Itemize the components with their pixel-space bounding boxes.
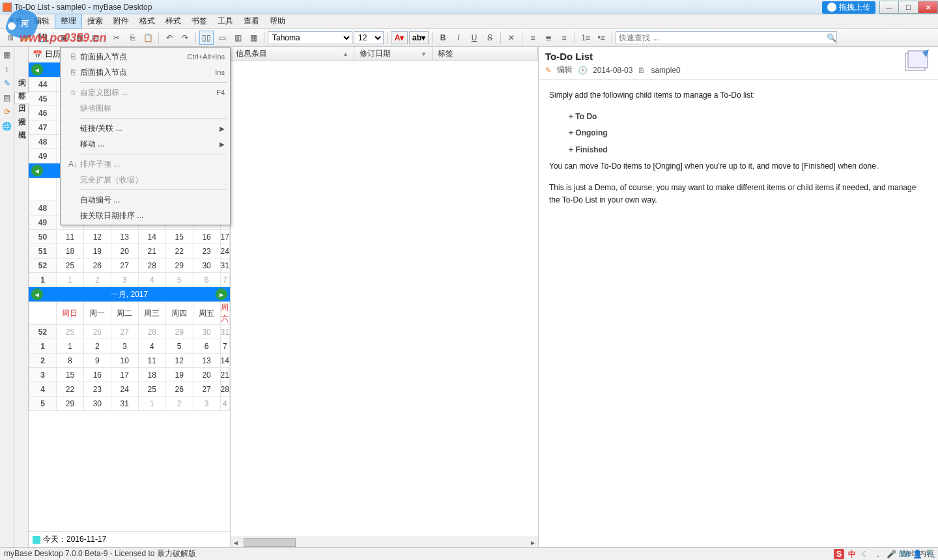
upload-button[interactable]: 拖拽上传 [822,1,875,14]
calendar-day[interactable]: 26 [83,325,111,339]
list-col-date[interactable]: 修订日期▼ [354,47,433,61]
layout4-icon[interactable]: ▦ [246,31,261,45]
left-tab-概览[interactable]: 概览 [14,119,29,130]
calendar-day[interactable]: 2 [83,273,111,287]
gutter-icon-2[interactable]: ↕ [2,64,12,74]
highlight-button[interactable]: ab▾ [409,31,429,44]
child-icon[interactable]: ▦ [72,31,87,45]
ime-user-icon[interactable]: 👤 [912,549,922,559]
italic-button[interactable]: I [451,31,466,45]
node-icon[interactable]: ▣ [57,31,71,45]
menu-样式[interactable]: 样式 [160,14,186,28]
calendar-day[interactable]: 27 [111,325,138,339]
calendar-day[interactable]: 3 [111,339,138,354]
calendar-day[interactable]: 21 [220,368,229,382]
calendar-day[interactable]: 23 [193,244,220,259]
calendar-day[interactable]: 19 [165,368,193,382]
horizontal-scrollbar[interactable]: ◄ ► [231,537,538,547]
ime-keyboard-icon[interactable]: ⌨ [899,549,909,559]
scroll-left-icon[interactable]: ◄ [231,537,241,548]
calendar-day[interactable]: 30 [83,397,111,411]
calendar-day[interactable]: 16 [193,230,220,244]
calendar-day[interactable]: 25 [56,259,83,273]
calendar-day[interactable]: 17 [220,230,229,244]
calendar-day[interactable]: 30 [193,259,220,273]
align-left-icon[interactable]: ≡ [526,31,540,45]
left-tab-大纲[interactable]: 大纲 [14,66,29,78]
calendar-day[interactable]: 28 [138,325,165,339]
list-col-item[interactable]: 信息条目▲ [231,47,354,61]
gutter-icon-5[interactable]: ⟳ [2,107,12,117]
left-tab-搜索[interactable]: 搜索 [14,105,29,117]
sibling-icon[interactable]: ▤ [88,31,102,45]
edit-icon[interactable]: ✎ [545,66,552,75]
scroll-right-icon[interactable]: ► [528,537,538,548]
prev-month-icon[interactable]: ◄ [31,64,43,76]
left-tab-标签[interactable]: 标签 [14,79,29,91]
align-center-icon[interactable]: ≣ [541,31,556,45]
font-select[interactable]: Tahoma [268,31,352,44]
paste-icon[interactable]: 📋 [141,31,155,45]
calendar-day[interactable]: 7 [220,273,229,287]
calendar-day[interactable]: 16 [83,368,111,382]
menu-书签[interactable]: 书签 [186,14,212,28]
copy-icon[interactable]: ⎘ [125,31,139,45]
calendar-day[interactable]: 9 [83,354,111,368]
calendar-day[interactable]: 5 [165,273,193,287]
ime-icon[interactable]: S [834,549,844,559]
scroll-thumb[interactable] [244,538,296,547]
calendar-day[interactable]: 29 [165,259,193,273]
calendar-day[interactable]: 1 [56,273,83,287]
menu-帮助[interactable]: 帮助 [264,14,291,28]
calendar-day[interactable]: 29 [56,397,83,411]
gutter-icon-4[interactable]: ▤ [2,92,12,103]
calendar-day[interactable]: 18 [138,368,165,382]
calendar-day[interactable]: 2 [83,339,111,354]
calendar-day[interactable]: 4 [220,397,229,411]
gutter-icon-6[interactable]: 🌐 [2,121,12,132]
calendar-day[interactable]: 28 [220,382,229,397]
menu-附件[interactable]: 附件 [108,14,134,28]
list-col-tags[interactable]: 标签 [433,47,538,61]
calendar-day[interactable]: 27 [111,259,138,273]
calendar-day[interactable]: 11 [138,354,165,368]
calendar-day[interactable]: 22 [56,382,83,397]
search-icon[interactable]: 🔍 [827,33,836,42]
layout1-icon[interactable]: ▯▯ [199,31,214,45]
menu-item-前面插入节点[interactable]: ⎘前面插入节点Ctrl+Alt+Ins [62,49,229,64]
strike-button[interactable]: S [483,31,497,45]
menu-搜索[interactable]: 搜索 [82,14,108,28]
menu-item-移动 ...[interactable]: 移动 ...▶ [62,136,229,152]
calendar-day[interactable]: 13 [111,230,138,244]
calendar-day[interactable]: 26 [83,259,111,273]
gutter-icon-1[interactable]: ▦ [2,49,12,60]
menu-item-后面插入节点[interactable]: ⎘后面插入节点Ins [62,64,229,80]
prev-month-icon[interactable]: ◄ [31,165,43,176]
undo-icon[interactable]: ↶ [162,31,177,45]
calendar-day[interactable]: 4 [138,273,165,287]
menu-格式[interactable]: 格式 [134,14,160,28]
calendar-day[interactable]: 11 [56,230,83,244]
prev-month-icon[interactable]: ◄ [31,288,43,300]
font-color-button[interactable]: A▾ [391,31,408,44]
calendar-day[interactable]: 31 [111,397,138,411]
ime-settings-icon[interactable]: 🔧 [925,549,935,559]
calendar-day[interactable]: 3 [111,273,138,287]
calendar-day[interactable]: 25 [138,382,165,397]
underline-button[interactable]: U [467,31,481,45]
calendar-day[interactable]: 3 [193,397,220,411]
calendar-day[interactable]: 30 [193,325,220,339]
calendar-day[interactable]: 12 [83,230,111,244]
calendar-day[interactable]: 24 [220,244,229,259]
save-icon[interactable]: 💾 [35,31,50,45]
calendar-day[interactable]: 28 [138,259,165,273]
menu-工具[interactable]: 工具 [212,14,238,28]
menu-item-按关联日期排序 ...[interactable]: 按关联日期排序 ... [62,208,229,223]
calendar-day[interactable]: 10 [111,354,138,368]
calendar-day[interactable]: 15 [56,368,83,382]
gutter-icon-3[interactable]: ✎ [2,78,12,89]
calendar-day[interactable]: 19 [83,244,111,259]
bold-button[interactable]: B [436,31,450,45]
cut-icon[interactable]: ✂ [109,31,124,45]
calendar-day[interactable]: 12 [165,354,193,368]
